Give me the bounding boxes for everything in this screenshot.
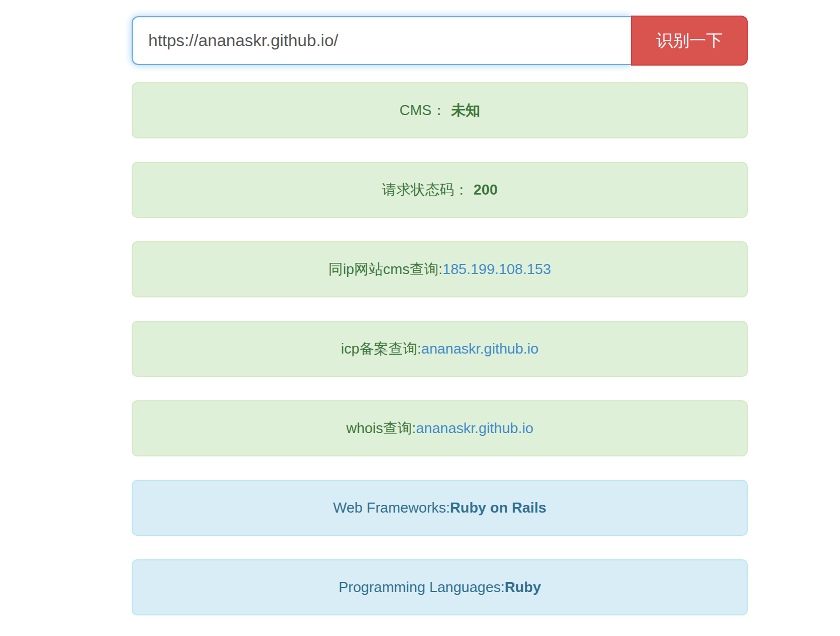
result-status-code: 请求状态码：200 xyxy=(132,162,748,218)
same-ip-cms-label: 同ip网站cms查询: xyxy=(328,260,442,279)
url-input-group: 识别一下 xyxy=(132,16,748,66)
result-web-frameworks: Web Frameworks:Ruby on Rails xyxy=(132,480,748,536)
icp-lookup-label: icp备案查询: xyxy=(341,339,421,359)
result-same-ip-cms-lookup: 同ip网站cms查询:185.199.108.153 xyxy=(132,241,748,297)
result-programming-languages: Programming Languages:Ruby xyxy=(132,559,748,615)
main-content: 识别一下 CMS：未知 请求状态码：200 同ip网站cms查询:185.199… xyxy=(132,0,748,615)
result-cms-label: CMS： xyxy=(399,101,446,120)
url-input[interactable] xyxy=(132,16,631,65)
web-frameworks-value: Ruby on Rails xyxy=(450,499,546,516)
programming-languages-label: Programming Languages: xyxy=(338,579,504,596)
result-status-code-label: 请求状态码： xyxy=(382,180,468,200)
detect-button[interactable]: 识别一下 xyxy=(631,16,748,66)
result-cms: CMS：未知 xyxy=(132,82,748,138)
result-icp-lookup: icp备案查询:ananaskr.github.io xyxy=(132,321,748,377)
same-ip-cms-link[interactable]: 185.199.108.153 xyxy=(442,261,551,278)
result-status-code-value: 200 xyxy=(473,181,497,198)
programming-languages-value: Ruby xyxy=(505,579,541,596)
result-whois-lookup: whois查询:ananaskr.github.io xyxy=(132,400,748,456)
whois-lookup-link[interactable]: ananaskr.github.io xyxy=(416,420,533,437)
icp-lookup-link[interactable]: ananaskr.github.io xyxy=(421,340,538,357)
web-frameworks-label: Web Frameworks: xyxy=(333,499,450,516)
result-cms-value: 未知 xyxy=(451,101,480,120)
whois-lookup-label: whois查询: xyxy=(346,419,416,438)
